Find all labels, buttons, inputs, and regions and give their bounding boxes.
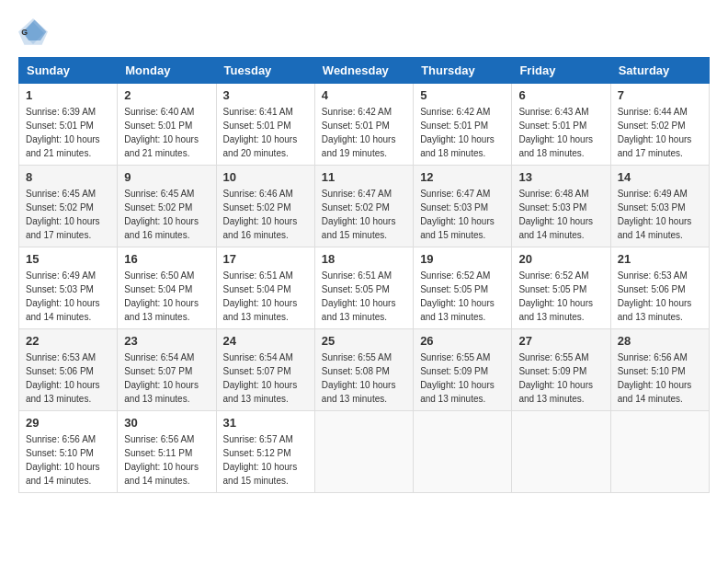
day-number: 24 <box>223 334 308 348</box>
cell-content: Sunrise: 6:51 AMSunset: 5:04 PMDaylight:… <box>223 269 308 324</box>
cell-content: Sunrise: 6:52 AMSunset: 5:05 PMDaylight:… <box>420 269 505 324</box>
cell-content: Sunrise: 6:57 AMSunset: 5:12 PMDaylight:… <box>223 432 308 488</box>
calendar-table: SundayMondayTuesdayWednesdayThursdayFrid… <box>18 57 710 493</box>
calendar-week-row: 1Sunrise: 6:39 AMSunset: 5:01 PMDaylight… <box>19 84 710 166</box>
cell-content: Sunrise: 6:54 AMSunset: 5:07 PMDaylight:… <box>223 350 308 406</box>
day-number: 28 <box>618 334 702 348</box>
calendar-cell <box>414 411 512 493</box>
calendar-week-row: 8Sunrise: 6:45 AMSunset: 5:02 PMDaylight… <box>19 166 710 247</box>
day-number: 4 <box>322 88 406 102</box>
day-number: 7 <box>618 88 702 102</box>
calendar-cell: 17Sunrise: 6:51 AMSunset: 5:04 PMDayligh… <box>216 247 314 329</box>
cell-content: Sunrise: 6:53 AMSunset: 5:06 PMDaylight:… <box>26 350 110 406</box>
cell-content: Sunrise: 6:51 AMSunset: 5:05 PMDaylight:… <box>322 269 406 324</box>
calendar-cell: 10Sunrise: 6:46 AMSunset: 5:02 PMDayligh… <box>216 166 314 247</box>
cell-content: Sunrise: 6:47 AMSunset: 5:02 PMDaylight:… <box>322 187 406 242</box>
day-number: 9 <box>124 170 209 184</box>
logo-icon: G <box>18 18 48 48</box>
cell-content: Sunrise: 6:39 AMSunset: 5:01 PMDaylight:… <box>26 105 110 160</box>
calendar-cell: 20Sunrise: 6:52 AMSunset: 5:05 PMDayligh… <box>512 247 610 329</box>
cell-content: Sunrise: 6:55 AMSunset: 5:09 PMDaylight:… <box>518 350 603 406</box>
calendar-cell <box>314 411 413 493</box>
calendar-cell: 2Sunrise: 6:40 AMSunset: 5:01 PMDaylight… <box>118 84 216 166</box>
calendar-cell: 6Sunrise: 6:43 AMSunset: 5:01 PMDaylight… <box>512 84 610 166</box>
calendar-cell: 28Sunrise: 6:56 AMSunset: 5:10 PMDayligh… <box>610 329 709 411</box>
day-number: 5 <box>420 88 505 102</box>
cell-content: Sunrise: 6:45 AMSunset: 5:02 PMDaylight:… <box>26 187 110 242</box>
day-number: 17 <box>223 252 308 266</box>
calendar-cell: 7Sunrise: 6:44 AMSunset: 5:02 PMDaylight… <box>610 84 709 166</box>
calendar-cell: 25Sunrise: 6:55 AMSunset: 5:08 PMDayligh… <box>314 329 413 411</box>
day-number: 2 <box>124 88 209 102</box>
day-number: 13 <box>518 170 603 184</box>
day-number: 14 <box>618 170 702 184</box>
cell-content: Sunrise: 6:46 AMSunset: 5:02 PMDaylight:… <box>223 187 308 242</box>
day-number: 15 <box>26 252 110 266</box>
day-number: 12 <box>420 170 505 184</box>
calendar-cell: 9Sunrise: 6:45 AMSunset: 5:02 PMDaylight… <box>118 166 216 247</box>
day-number: 22 <box>26 334 110 348</box>
col-header-wednesday: Wednesday <box>314 58 413 84</box>
day-number: 21 <box>618 252 702 266</box>
calendar-week-row: 22Sunrise: 6:53 AMSunset: 5:06 PMDayligh… <box>19 329 710 411</box>
cell-content: Sunrise: 6:55 AMSunset: 5:09 PMDaylight:… <box>420 350 505 406</box>
calendar-header-row: SundayMondayTuesdayWednesdayThursdayFrid… <box>19 58 710 84</box>
cell-content: Sunrise: 6:43 AMSunset: 5:01 PMDaylight:… <box>518 105 603 160</box>
calendar-cell: 30Sunrise: 6:56 AMSunset: 5:11 PMDayligh… <box>118 411 216 493</box>
cell-content: Sunrise: 6:40 AMSunset: 5:01 PMDaylight:… <box>124 105 209 160</box>
calendar-cell: 12Sunrise: 6:47 AMSunset: 5:03 PMDayligh… <box>414 166 512 247</box>
col-header-tuesday: Tuesday <box>216 58 314 84</box>
cell-content: Sunrise: 6:42 AMSunset: 5:01 PMDaylight:… <box>322 105 406 160</box>
calendar-cell: 3Sunrise: 6:41 AMSunset: 5:01 PMDaylight… <box>216 84 314 166</box>
day-number: 18 <box>322 252 406 266</box>
calendar-cell: 24Sunrise: 6:54 AMSunset: 5:07 PMDayligh… <box>216 329 314 411</box>
cell-content: Sunrise: 6:54 AMSunset: 5:07 PMDaylight:… <box>124 350 209 406</box>
day-number: 19 <box>420 252 505 266</box>
calendar-cell: 1Sunrise: 6:39 AMSunset: 5:01 PMDaylight… <box>19 84 118 166</box>
svg-text:G: G <box>21 28 28 37</box>
day-number: 16 <box>124 252 209 266</box>
day-number: 27 <box>518 334 603 348</box>
calendar-week-row: 15Sunrise: 6:49 AMSunset: 5:03 PMDayligh… <box>19 247 710 329</box>
cell-content: Sunrise: 6:49 AMSunset: 5:03 PMDaylight:… <box>618 187 702 242</box>
calendar-cell: 5Sunrise: 6:42 AMSunset: 5:01 PMDaylight… <box>414 84 512 166</box>
cell-content: Sunrise: 6:49 AMSunset: 5:03 PMDaylight:… <box>26 269 110 324</box>
calendar-cell <box>512 411 610 493</box>
calendar-cell: 29Sunrise: 6:56 AMSunset: 5:10 PMDayligh… <box>19 411 118 493</box>
col-header-monday: Monday <box>118 58 216 84</box>
calendar-cell: 15Sunrise: 6:49 AMSunset: 5:03 PMDayligh… <box>19 247 118 329</box>
cell-content: Sunrise: 6:47 AMSunset: 5:03 PMDaylight:… <box>420 187 505 242</box>
calendar-cell: 23Sunrise: 6:54 AMSunset: 5:07 PMDayligh… <box>118 329 216 411</box>
day-number: 1 <box>26 88 110 102</box>
col-header-saturday: Saturday <box>610 58 709 84</box>
cell-content: Sunrise: 6:45 AMSunset: 5:02 PMDaylight:… <box>124 187 209 242</box>
day-number: 8 <box>26 170 110 184</box>
page-header: G <box>18 18 710 48</box>
col-header-friday: Friday <box>512 58 610 84</box>
day-number: 6 <box>518 88 603 102</box>
calendar-cell: 22Sunrise: 6:53 AMSunset: 5:06 PMDayligh… <box>19 329 118 411</box>
col-header-sunday: Sunday <box>19 58 118 84</box>
cell-content: Sunrise: 6:56 AMSunset: 5:10 PMDaylight:… <box>618 350 702 406</box>
calendar-cell: 13Sunrise: 6:48 AMSunset: 5:03 PMDayligh… <box>512 166 610 247</box>
calendar-week-row: 29Sunrise: 6:56 AMSunset: 5:10 PMDayligh… <box>19 411 710 493</box>
cell-content: Sunrise: 6:52 AMSunset: 5:05 PMDaylight:… <box>518 269 603 324</box>
cell-content: Sunrise: 6:56 AMSunset: 5:10 PMDaylight:… <box>26 432 110 488</box>
calendar-cell: 4Sunrise: 6:42 AMSunset: 5:01 PMDaylight… <box>314 84 413 166</box>
logo: G <box>18 18 51 48</box>
day-number: 26 <box>420 334 505 348</box>
calendar-cell: 11Sunrise: 6:47 AMSunset: 5:02 PMDayligh… <box>314 166 413 247</box>
calendar-cell: 8Sunrise: 6:45 AMSunset: 5:02 PMDaylight… <box>19 166 118 247</box>
calendar-cell: 19Sunrise: 6:52 AMSunset: 5:05 PMDayligh… <box>414 247 512 329</box>
calendar-cell <box>610 411 709 493</box>
calendar-cell: 31Sunrise: 6:57 AMSunset: 5:12 PMDayligh… <box>216 411 314 493</box>
day-number: 11 <box>322 170 406 184</box>
calendar-cell: 27Sunrise: 6:55 AMSunset: 5:09 PMDayligh… <box>512 329 610 411</box>
cell-content: Sunrise: 6:56 AMSunset: 5:11 PMDaylight:… <box>124 432 209 488</box>
day-number: 29 <box>26 416 110 430</box>
cell-content: Sunrise: 6:53 AMSunset: 5:06 PMDaylight:… <box>618 269 702 324</box>
day-number: 20 <box>518 252 603 266</box>
day-number: 23 <box>124 334 209 348</box>
day-number: 30 <box>124 416 209 430</box>
col-header-thursday: Thursday <box>414 58 512 84</box>
